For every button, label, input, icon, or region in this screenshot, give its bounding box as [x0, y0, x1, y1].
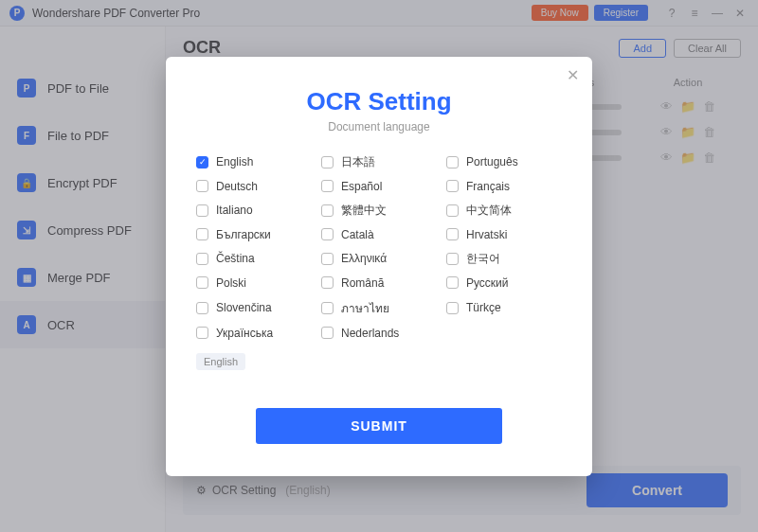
- language-label: Português: [466, 155, 518, 168]
- language-label: Deutsch: [216, 180, 258, 193]
- language-option[interactable]: Català: [321, 228, 437, 241]
- language-option[interactable]: 中文简体: [446, 203, 562, 219]
- language-option[interactable]: Nederlands: [321, 327, 437, 340]
- checkbox-icon: [446, 253, 459, 265]
- language-label: Italiano: [216, 204, 253, 217]
- app-window: P Wondershare PDF Converter Pro Buy Now …: [0, 0, 758, 532]
- language-option[interactable]: Türkçe: [446, 299, 562, 317]
- language-label: Українська: [216, 327, 273, 340]
- checkbox-icon: [446, 204, 459, 217]
- language-option[interactable]: Polski: [196, 276, 312, 290]
- checkbox-icon: [321, 180, 334, 192]
- language-label: 한국어: [466, 251, 500, 267]
- checkbox-icon: [321, 302, 334, 314]
- language-option[interactable]: Русский: [446, 276, 562, 290]
- language-label: Čeština: [216, 252, 255, 265]
- submit-button[interactable]: SUBMIT: [256, 408, 502, 444]
- language-option[interactable]: Deutsch: [196, 180, 312, 193]
- checkbox-icon: [196, 180, 208, 192]
- checkbox-icon: [196, 228, 208, 240]
- checkbox-icon: [321, 204, 334, 217]
- dialog-title: OCR Setting: [196, 87, 562, 116]
- language-option[interactable]: Українська: [196, 327, 312, 340]
- language-label: 中文简体: [466, 203, 512, 219]
- checkbox-icon: [196, 156, 208, 168]
- checkbox-icon: [446, 156, 459, 168]
- checkbox-icon: [196, 302, 208, 314]
- checkbox-icon: [321, 253, 334, 265]
- checkbox-icon: [321, 327, 334, 339]
- language-option[interactable]: Български: [196, 228, 312, 241]
- modal-overlay: ✕ OCR Setting Document language English日…: [0, 0, 758, 532]
- language-grid: English日本語PortuguêsDeutschEspañolFrançai…: [196, 154, 562, 340]
- language-label: Türkçe: [466, 301, 501, 314]
- language-option[interactable]: Hrvatski: [446, 228, 562, 241]
- language-option[interactable]: Română: [321, 276, 437, 290]
- language-option[interactable]: ภาษาไทย: [321, 299, 437, 317]
- selected-language-chip[interactable]: English: [196, 353, 245, 370]
- language-label: English: [216, 155, 253, 168]
- dialog-subtitle: Document language: [196, 120, 562, 133]
- checkbox-icon: [196, 276, 208, 289]
- close-icon[interactable]: ✕: [567, 66, 579, 84]
- checkbox-icon: [446, 228, 459, 240]
- checkbox-icon: [446, 180, 459, 192]
- checkbox-icon: [446, 276, 459, 289]
- language-label: Nederlands: [341, 327, 399, 340]
- checkbox-icon: [196, 204, 208, 217]
- language-label: Français: [466, 180, 510, 193]
- checkbox-icon: [321, 228, 334, 240]
- language-label: 日本語: [341, 154, 375, 170]
- language-label: Български: [216, 228, 271, 241]
- language-option[interactable]: Ελληνικά: [321, 251, 437, 267]
- language-label: Slovenčina: [216, 301, 272, 314]
- checkbox-icon: [446, 302, 459, 314]
- checkbox-icon: [321, 276, 334, 289]
- language-option[interactable]: Italiano: [196, 203, 312, 219]
- language-label: Ελληνικά: [341, 252, 387, 265]
- language-option[interactable]: English: [196, 154, 312, 170]
- checkbox-icon: [196, 327, 208, 339]
- language-label: 繁體中文: [341, 203, 387, 219]
- language-option[interactable]: Français: [446, 180, 562, 193]
- language-option[interactable]: 한국어: [446, 251, 562, 267]
- language-label: Català: [341, 228, 374, 241]
- checkbox-icon: [196, 253, 208, 265]
- language-option[interactable]: 日本語: [321, 154, 437, 170]
- language-option[interactable]: 繁體中文: [321, 203, 437, 219]
- language-option[interactable]: Español: [321, 180, 437, 193]
- language-label: Română: [341, 276, 384, 290]
- language-option[interactable]: Português: [446, 154, 562, 170]
- language-label: Español: [341, 180, 382, 193]
- language-label: ภาษาไทย: [341, 299, 389, 317]
- language-label: Hrvatski: [466, 228, 507, 241]
- language-option[interactable]: Slovenčina: [196, 299, 312, 317]
- language-label: Русский: [466, 276, 509, 290]
- language-option[interactable]: Čeština: [196, 251, 312, 267]
- language-label: Polski: [216, 276, 246, 290]
- checkbox-icon: [321, 156, 334, 168]
- ocr-setting-dialog: ✕ OCR Setting Document language English日…: [166, 57, 592, 476]
